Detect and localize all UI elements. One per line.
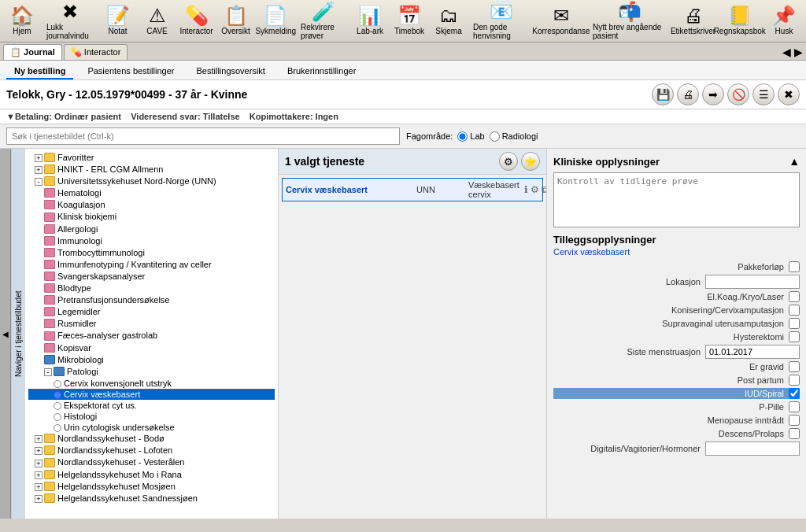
toolbar-btn-labark[interactable]: 📊Lab-ark xyxy=(351,2,389,40)
item-type: Væskebasert cervix xyxy=(468,180,519,199)
tree-item-blodtype[interactable]: Blodtype xyxy=(28,283,275,294)
tree-item-klinisk-biokjemi[interactable]: Klinisk biokjemi xyxy=(28,211,275,223)
subnav-pasientens[interactable]: Pasientens bestillinger xyxy=(79,64,182,79)
tree-scroll[interactable]: +Favoritter+HNIKT - ERL CGM Allmenn-Univ… xyxy=(25,149,278,519)
tab-journal[interactable]: 📋 Journal xyxy=(3,44,62,60)
search-input[interactable] xyxy=(6,127,400,145)
tree-item-allergologi[interactable]: Allergologi xyxy=(28,224,275,235)
field-checkbox-supravaginal[interactable] xyxy=(789,318,800,329)
toolbar-btn-rekvirer[interactable]: 🧪Rekvirere prøver xyxy=(297,2,349,40)
expand-icon-favoritter[interactable]: + xyxy=(35,154,43,162)
expand-icon-unn[interactable]: - xyxy=(35,178,43,186)
expand-icon-nordland-lofoten[interactable]: + xyxy=(35,447,43,455)
cancel-button[interactable]: 🚫 xyxy=(727,83,749,105)
toolbar-btn-skjema[interactable]: 🗂Skjema xyxy=(430,2,468,40)
tree-item-cervix-konvensjonelt[interactable]: Cervix konvensjonelt utstryk xyxy=(28,378,275,389)
subnav-bestillingsoversikt[interactable]: Bestillingsoversikt xyxy=(188,64,272,79)
tree-item-immunologi[interactable]: Immunologi xyxy=(28,235,275,247)
expand-icon-helgeland-mo[interactable]: + xyxy=(35,471,43,479)
field-input-lokasjon[interactable] xyxy=(705,275,800,289)
expand-icon-helgeland-mosjoen[interactable]: + xyxy=(35,483,43,491)
toolbar-btn-notat[interactable]: 📝Notat xyxy=(99,2,137,40)
lab-radio[interactable]: Lab xyxy=(457,131,484,142)
tree-item-nordland-vesteralen[interactable]: +Nordlandssykehuset - Vesterålen xyxy=(28,456,275,468)
field-checkbox-konisering[interactable] xyxy=(789,305,800,316)
tab-navigation[interactable]: ◀ ▶ xyxy=(782,46,803,60)
tree-item-koagulasjon[interactable]: Koagulasjon xyxy=(28,199,275,211)
field-input-digitalis[interactable] xyxy=(705,441,800,456)
star-button[interactable]: ⭐ xyxy=(521,152,540,171)
tree-item-cervix-væskebasert[interactable]: Cervix væskebasert xyxy=(28,389,275,400)
tree-item-immunfenotyping[interactable]: Immunfenotyping / Kvantitering av celler xyxy=(28,259,275,271)
field-checkbox-pakkeforlop[interactable] xyxy=(789,261,800,272)
expand-icon-nordland-bodo[interactable]: + xyxy=(35,435,43,443)
tree-item-mikrobiologi[interactable]: Mikrobiologi xyxy=(28,354,275,366)
toolbar-btn-etikettskriver[interactable]: 🖨Etikettskriver xyxy=(672,2,715,40)
tree-item-favoritter[interactable]: +Favoritter xyxy=(28,152,275,164)
tree-item-nordland-lofoten[interactable]: +Nordlandssykehuset - Lofoten xyxy=(28,445,275,456)
field-checkbox-menopause[interactable] xyxy=(789,415,800,426)
expand-icon-helgeland-sandnessjoen[interactable]: + xyxy=(35,495,43,503)
close-button[interactable]: ✖ xyxy=(778,83,800,105)
settings-button[interactable]: ⚙ xyxy=(499,152,518,171)
subnav-ny-bestilling[interactable]: Ny bestilling xyxy=(6,64,73,79)
toolbar-btn-hjem[interactable]: 🏠Hjem xyxy=(3,2,41,40)
betaling-text[interactable]: ▼Betaling: Ordinær pasient xyxy=(6,112,121,121)
tree-item-helgeland-sandnessjoen[interactable]: +Helgelandssykehuset Sandnessjøen xyxy=(28,493,275,504)
tree-item-urin-cytologisk[interactable]: Urin cytologisk undersøkelse xyxy=(28,422,275,433)
kliniske-toggle[interactable]: ▲ xyxy=(789,155,800,168)
sidebar-toggle[interactable]: ◀ xyxy=(0,149,11,519)
radiologi-radio[interactable]: Radiologi xyxy=(490,131,538,142)
toolbar-btn-oversikt[interactable]: 📋Oversikt xyxy=(217,2,255,40)
field-checkbox-iud-spiral[interactable] xyxy=(789,388,800,399)
toolbar-btn-nytt-brev[interactable]: 📬Nytt brev angående pasient xyxy=(589,2,671,40)
tree-item-helgeland-mosjoen[interactable]: +Helgelandssykehuset Mosjøen xyxy=(28,481,275,493)
toolbar-btn-interactor[interactable]: 💊Interactor xyxy=(178,2,216,40)
tree-item-hematologi[interactable]: Hematologi xyxy=(28,187,275,199)
tree-item-hnikt[interactable]: +HNIKT - ERL CGM Allmenn xyxy=(28,164,275,175)
field-date-siste-menstruasjon[interactable] xyxy=(705,345,800,359)
tree-item-rusmidler[interactable]: Rusmidler xyxy=(28,318,275,330)
field-checkbox-hysterektomi[interactable] xyxy=(789,331,800,342)
toolbar-btn-husk[interactable]: 📌Husk xyxy=(765,2,803,40)
field-label-p-pille: P-Pille xyxy=(553,402,784,412)
toolbar-btn-lukk[interactable]: ✖Lukk journalvindu xyxy=(43,2,98,40)
toolbar-btn-sykmelding[interactable]: 📄Sykmelding xyxy=(257,2,296,40)
tree-item-pretransfusjonsundersokelse[interactable]: Pretransfusjonsundersøkelse xyxy=(28,294,275,306)
tree-item-patologi[interactable]: -Patologi xyxy=(28,366,275,378)
tree-item-legemidler[interactable]: Legemidler xyxy=(28,306,275,318)
tree-item-trombocyttimmunologi[interactable]: Trombocyttimmunologi xyxy=(28,247,275,259)
toolbar-btn-korrespondanse[interactable]: ✉Korrespondanse xyxy=(535,2,587,40)
tree-item-helgeland-mo[interactable]: +Helgelandssykehuset Mo i Rana xyxy=(28,469,275,481)
field-checkbox-el-koag[interactable] xyxy=(789,291,800,302)
tree-item-histologi[interactable]: Histologi xyxy=(28,411,275,422)
tab-interactor[interactable]: 💊 Interactor xyxy=(64,44,128,60)
tree-item-svangerskapsanalyser[interactable]: Svangerskapsanalyser xyxy=(28,271,275,283)
expand-icon-hnikt[interactable]: + xyxy=(35,166,43,174)
field-checkbox-descens[interactable] xyxy=(789,428,800,439)
kliniske-textarea[interactable] xyxy=(553,172,800,227)
tree-item-feces[interactable]: Fæces-analyser gastrolab xyxy=(28,330,275,342)
field-checkbox-er-gravid[interactable] xyxy=(789,361,800,372)
tree-item-ekspektorat[interactable]: Ekspektorat cyt us. xyxy=(28,400,275,411)
folder-icon-feces xyxy=(44,331,55,341)
folder-icon-unn xyxy=(44,176,55,186)
toolbar-btn-regnskapbok[interactable]: 📒Regnskapsbok xyxy=(715,2,763,40)
toolbar-btn-den-gode[interactable]: 📧Den gode henvisning xyxy=(469,2,534,40)
tree-item-kopisvar[interactable]: Kopisvar xyxy=(28,342,275,354)
field-checkbox-post-partum[interactable] xyxy=(789,375,800,386)
toolbar-btn-timebok[interactable]: 📅Timebok xyxy=(390,2,428,40)
tree-item-unn[interactable]: -Universitetssykehuset Nord-Norge (UNN) xyxy=(28,175,275,187)
save-button[interactable]: 💾 xyxy=(652,83,674,105)
settings-icon[interactable]: ⚙ xyxy=(531,184,539,195)
info-icon[interactable]: ℹ xyxy=(524,184,528,195)
expand-icon-nordland-vesteralen[interactable]: + xyxy=(35,460,43,467)
toolbar-btn-cave[interactable]: ⚠CAVE xyxy=(139,2,176,40)
forward-button[interactable]: ➡ xyxy=(702,83,724,105)
print-button[interactable]: 🖨 xyxy=(677,83,699,105)
subnav-brukerinnstillinger[interactable]: Brukerinnstillinger xyxy=(279,64,364,79)
menu-button[interactable]: ☰ xyxy=(752,83,775,105)
field-checkbox-p-pille[interactable] xyxy=(789,401,800,412)
tree-item-nordland-bodo[interactable]: +Nordlandssykehuset - Bodø xyxy=(28,433,275,445)
expand-icon-patologi[interactable]: - xyxy=(44,368,52,376)
